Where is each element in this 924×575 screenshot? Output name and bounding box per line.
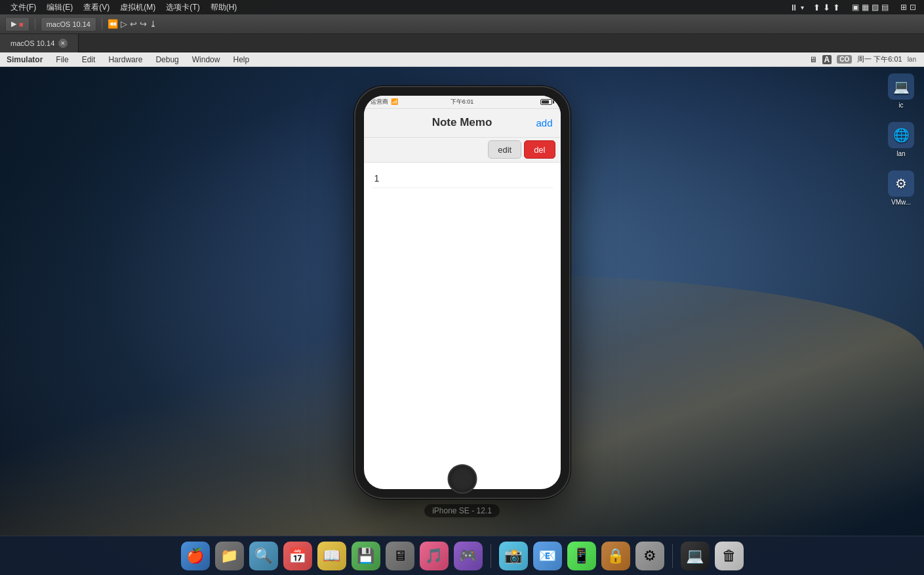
send1-icon[interactable]: ⬆ xyxy=(813,3,820,12)
sim-menu-file[interactable]: File xyxy=(49,52,75,67)
dock-icon-search[interactable]: 🔍 xyxy=(249,542,278,570)
dock-icon-drive[interactable]: 💾 xyxy=(352,542,380,570)
phone-label-wrap: iPhone SE - 12.1 xyxy=(354,499,571,517)
dock-icon-notes[interactable]: 📖 xyxy=(317,542,346,570)
menubar-help[interactable]: 帮助(H) xyxy=(205,0,243,14)
phone-screen: 运营商 📶 下午6:01 Note xyxy=(364,96,561,489)
ios-nav-bar: Note Memo add xyxy=(364,109,561,138)
font-icon: A xyxy=(822,55,832,64)
xcode-toolbar: ▶ ■ macOS 10.14 ⏪ ▷ ↩ ↪ ⤓ xyxy=(0,14,924,34)
desktop-icon-ic[interactable]: 💻 ic xyxy=(881,73,921,109)
co-badge: CO xyxy=(837,55,852,64)
phone-body: 运营商 📶 下午6:01 Note xyxy=(354,86,571,499)
del-button[interactable]: del xyxy=(524,140,555,159)
tab-macos[interactable]: macOS 10.14 ✕ xyxy=(0,34,79,52)
toolbar-icon-1[interactable]: ⏪ xyxy=(108,19,118,29)
ios-time: 下午6:01 xyxy=(451,98,474,106)
screen2-icon[interactable]: ⊡ xyxy=(910,3,916,12)
toolbar-separator xyxy=(35,18,35,30)
dock-icon-mail[interactable]: 📧 xyxy=(533,542,562,570)
battery-body xyxy=(540,99,552,105)
run-button[interactable]: ▶ ■ xyxy=(5,17,30,31)
dock-separator-2 xyxy=(672,544,673,568)
menubar-tabs[interactable]: 选项卡(T) xyxy=(161,0,205,14)
desktop-area: 💻 ic 🌐 lan ⚙ VMw... 运营商 📶 下午6:01 xyxy=(0,67,924,536)
scheme-selector[interactable]: macOS 10.14 xyxy=(41,17,96,31)
sim-menu-help[interactable]: Help xyxy=(226,52,256,67)
tab-bar: macOS 10.14 ✕ xyxy=(0,34,924,52)
add-button[interactable]: add xyxy=(536,117,552,129)
sim-menu-edit[interactable]: Edit xyxy=(75,52,102,67)
ic-icon: 💻 xyxy=(888,73,914,100)
dock-icon-display[interactable]: 🖥 xyxy=(386,542,414,570)
send2-icon[interactable]: ⬇ xyxy=(823,3,830,12)
vmw-icon: ⚙ xyxy=(888,170,914,197)
sim-time: 周一 下午6:01 xyxy=(857,54,902,64)
sim-menu-window[interactable]: Window xyxy=(186,52,227,67)
stop-icon: ■ xyxy=(19,20,24,28)
toolbar-icon-3[interactable]: ↩ xyxy=(130,19,137,29)
layout1-icon[interactable]: ▣ xyxy=(852,3,859,12)
dock-separator xyxy=(491,544,491,568)
dock-icon-finder[interactable]: 🍎 xyxy=(181,542,210,570)
layout4-icon[interactable]: ▤ xyxy=(881,3,889,12)
ios-battery xyxy=(473,99,553,105)
phone-model-label: iPhone SE - 12.1 xyxy=(424,504,500,517)
menubar-vm[interactable]: 虚拟机(M) xyxy=(115,0,161,14)
battery-indicator xyxy=(540,99,554,105)
sim-menu-hardware[interactable]: Hardware xyxy=(102,52,149,67)
run-icon: ▶ xyxy=(11,20,16,28)
layout3-icon[interactable]: ▧ xyxy=(872,3,879,12)
toolbar-icon-4[interactable]: ↪ xyxy=(140,19,147,29)
send3-icon[interactable]: ⬆ xyxy=(833,3,840,12)
dock-icon-game[interactable]: 🎮 xyxy=(454,542,483,570)
ios-status-bar: 运营商 📶 下午6:01 xyxy=(364,96,561,109)
edit-button[interactable]: edit xyxy=(488,140,521,159)
vmw-label: VMw... xyxy=(891,199,911,206)
phone-home-button[interactable] xyxy=(447,464,477,494)
lan-icon: 🌐 xyxy=(888,122,914,148)
screen1-icon[interactable]: ⊞ xyxy=(900,3,907,12)
simulator-menubar: Simulator File Edit Hardware Debug Windo… xyxy=(0,52,924,67)
dock: 🍎 📁 🔍 📅 📖 💾 🖥 🎵 🎮 📸 📧 📱 🔒 ⚙ 💻 🗑 xyxy=(0,536,924,575)
sim-menu-simulator[interactable]: Simulator xyxy=(0,52,49,67)
dock-icon-settings[interactable]: ⚙ xyxy=(635,542,664,570)
sim-menu-debug[interactable]: Debug xyxy=(149,52,185,67)
nav-title: Note Memo xyxy=(432,116,492,129)
dock-icon-music[interactable]: 🎵 xyxy=(420,542,449,570)
note-item-1[interactable]: 1 xyxy=(372,169,553,188)
top-menubar: 文件(F) 编辑(E) 查看(V) 虚拟机(M) 选项卡(T) 帮助(H) ⏸ … xyxy=(0,0,924,14)
dock-icon-calendar[interactable]: 📅 xyxy=(283,542,312,570)
menubar-file[interactable]: 文件(F) xyxy=(5,0,41,14)
dock-icon-trash[interactable]: 🗑 xyxy=(715,542,744,570)
toolbar-icon-2[interactable]: ▷ xyxy=(121,19,127,29)
display-icon: 🖥 xyxy=(809,55,817,64)
phone-simulator-container: 运营商 📶 下午6:01 Note xyxy=(354,86,571,517)
sim-menubar-right: 🖥 A CO 周一 下午6:01 lan xyxy=(809,54,925,64)
ios-content-area: 1 xyxy=(364,163,561,195)
dock-icon-lock[interactable]: 🔒 xyxy=(601,542,630,570)
dock-icon-photos[interactable]: 📸 xyxy=(499,542,528,570)
dock-icon-folder[interactable]: 📁 xyxy=(215,542,244,570)
menubar-edit[interactable]: 编辑(E) xyxy=(41,0,78,14)
lan-label: lan xyxy=(908,56,916,63)
menubar-left: 文件(F) 编辑(E) 查看(V) 虚拟机(M) 选项卡(T) 帮助(H) xyxy=(0,0,790,14)
battery-tip xyxy=(553,100,554,104)
ios-carrier: 运营商 📶 xyxy=(371,98,451,106)
toolbar-icon-5[interactable]: ⤓ xyxy=(150,19,157,29)
menubar-right: ⏸ ▾ ⬆ ⬇ ⬆ ▣ ▦ ▧ ▤ ⊞ ⊡ xyxy=(790,3,924,12)
tab-close-button[interactable]: ✕ xyxy=(58,39,68,48)
wifi-icon: 📶 xyxy=(391,98,398,105)
lan-icon-label: lan xyxy=(896,150,905,157)
pause-icon[interactable]: ⏸ xyxy=(790,3,798,12)
desktop-icon-lan[interactable]: 🌐 lan xyxy=(881,122,921,157)
dock-icon-phone[interactable]: 📱 xyxy=(567,542,596,570)
desktop-icon-vmw[interactable]: ⚙ VMw... xyxy=(881,170,921,206)
toolbar-separator-2 xyxy=(102,18,102,30)
right-desktop-icons: 💻 ic 🌐 lan ⚙ VMw... xyxy=(878,67,924,206)
dock-icon-terminal[interactable]: 💻 xyxy=(681,542,710,570)
tab-label: macOS 10.14 xyxy=(10,39,54,47)
dropdown-icon[interactable]: ▾ xyxy=(801,4,804,11)
layout2-icon[interactable]: ▦ xyxy=(862,3,869,12)
menubar-view[interactable]: 查看(V) xyxy=(78,0,115,14)
